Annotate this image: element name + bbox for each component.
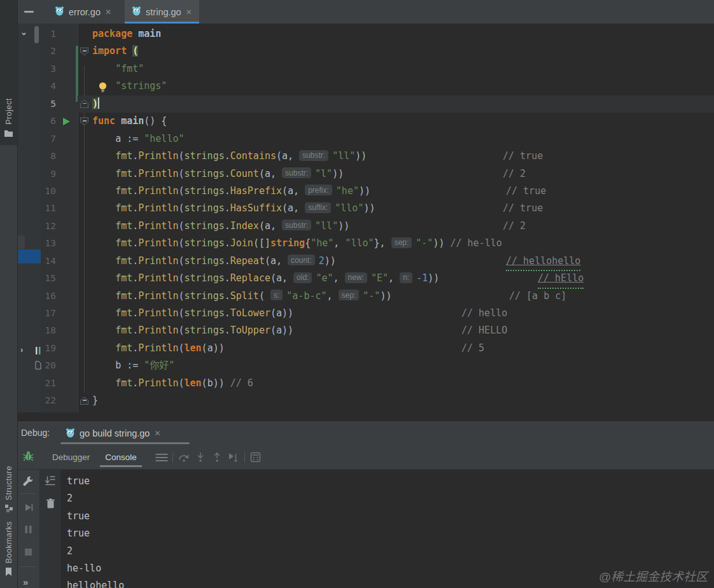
- line-number[interactable]: 9: [41, 165, 78, 183]
- editor-tab-error-go[interactable]: error.go✕: [48, 0, 118, 24]
- debug-toolbar: DebuggerConsole: [17, 445, 714, 469]
- close-icon[interactable]: ✕: [154, 430, 160, 437]
- code-line-21: 21 fmt.Println(len(b)) // 6: [41, 375, 714, 392]
- token-kw: string: [270, 237, 305, 249]
- code-text[interactable]: b := "你好": [92, 357, 714, 374]
- fold-marker-icon[interactable]: [80, 47, 88, 55]
- sidebar-item-structure[interactable]: Structure: [0, 438, 17, 515]
- evaluate-icon[interactable]: [248, 450, 264, 465]
- line-number[interactable]: 7: [41, 130, 78, 148]
- clear-icon[interactable]: [42, 496, 59, 511]
- token-pkg: fmt: [115, 325, 132, 336]
- line-number[interactable]: 11: [41, 200, 78, 217]
- token-pkg: strings: [185, 325, 225, 336]
- code-text[interactable]: package main: [92, 25, 714, 43]
- line-number[interactable]: 18: [41, 322, 78, 339]
- code-text[interactable]: func main() {: [92, 113, 714, 130]
- line-number[interactable]: 19: [41, 340, 78, 357]
- pause-icon[interactable]: [20, 522, 36, 537]
- code-text[interactable]: }: [92, 392, 714, 409]
- line-number[interactable]: 4: [41, 78, 78, 95]
- stop-icon[interactable]: [20, 544, 36, 559]
- code-text[interactable]: fmt.Println(strings.HasSuffix(a, suffix:…: [92, 200, 714, 217]
- code-text[interactable]: ): [92, 95, 714, 113]
- code-text[interactable]: fmt.Println(strings.HasPrefix(a, prefix:…: [92, 183, 714, 200]
- token-kw: import: [92, 45, 127, 57]
- menu-icon[interactable]: [153, 450, 170, 465]
- fold-marker-icon[interactable]: [80, 117, 88, 125]
- scroll-to-end-icon[interactable]: [42, 473, 59, 489]
- line-number[interactable]: 20: [41, 357, 78, 374]
- step-out-icon[interactable]: [209, 450, 225, 465]
- step-over-icon[interactable]: [176, 450, 192, 465]
- sidebar-item-bookmarks[interactable]: Bookmarks: [0, 518, 17, 579]
- code-text[interactable]: fmt.Println(strings.Repeat(a, count:2))/…: [92, 253, 714, 270]
- line-number[interactable]: 1: [41, 25, 78, 43]
- project-label: Project: [4, 98, 13, 125]
- token-fn: Split: [230, 290, 259, 302]
- run-to-cursor-icon[interactable]: [225, 450, 242, 465]
- code-text[interactable]: import (: [92, 43, 714, 60]
- fold-marker-icon[interactable]: [80, 100, 88, 108]
- token-txt: ,: [293, 185, 305, 197]
- line-number[interactable]: 2: [41, 43, 78, 60]
- sidebar-item-project[interactable]: Project: [0, 0, 17, 145]
- more-icons-chevrons[interactable]: »: [23, 577, 28, 587]
- token-txt: [127, 45, 132, 57]
- run-main-icon[interactable]: [63, 118, 70, 125]
- line-number[interactable]: 6: [41, 113, 78, 130]
- code-text[interactable]: fmt.Println(strings.Count(a, substr:"l")…: [92, 165, 714, 183]
- code-text[interactable]: fmt.Println(strings.Split( s:"a-b-c", se…: [92, 288, 714, 305]
- debug-tab-console[interactable]: Console: [97, 447, 144, 467]
- project-tree-selected-item[interactable]: [17, 249, 41, 263]
- line-number[interactable]: 22: [41, 392, 78, 409]
- line-number[interactable]: 14: [41, 253, 78, 270]
- token-str: "ll": [315, 220, 338, 232]
- code-text[interactable]: "fmt": [92, 60, 714, 78]
- debug-tab-debugger[interactable]: Debugger: [45, 447, 97, 467]
- code-text[interactable]: fmt.Println(strings.ToUpper(a))// HELLO: [92, 322, 714, 339]
- project-panel-collapsed[interactable]: ⌄ ›: [17, 24, 41, 412]
- line-number[interactable]: 8: [41, 148, 78, 165]
- line-number[interactable]: 21: [41, 375, 78, 392]
- code-text[interactable]: fmt.Println(strings.ToLower(a))// hello: [92, 305, 714, 322]
- token-txt: .: [132, 237, 138, 249]
- line-number[interactable]: 16: [41, 288, 78, 305]
- project-tree-item[interactable]: [18, 235, 25, 249]
- code-text[interactable]: fmt.Println(strings.Index(a, substr:"ll"…: [92, 218, 714, 235]
- line-number[interactable]: 13: [41, 235, 78, 252]
- code-text[interactable]: a := "hello": [92, 130, 714, 148]
- step-into-icon[interactable]: [192, 450, 209, 465]
- close-icon[interactable]: ✕: [186, 8, 192, 16]
- fold-marker-icon[interactable]: [80, 396, 88, 405]
- line-number[interactable]: 5: [41, 95, 78, 113]
- code-text[interactable]: fmt.Println(len(a))// 5: [92, 340, 714, 357]
- code-text[interactable]: "strings": [92, 78, 714, 95]
- rerun-debug-icon[interactable]: [22, 450, 34, 465]
- line-number[interactable]: 12: [41, 218, 78, 235]
- code-text[interactable]: fmt.Println(strings.Replace(a, old:"e", …: [92, 270, 714, 287]
- chevron-right-icon[interactable]: ›: [20, 345, 23, 354]
- line-number[interactable]: 10: [41, 183, 78, 200]
- intention-bulb-icon[interactable]: [98, 81, 108, 96]
- token-txt: )): [213, 342, 225, 354]
- chevron-down-icon[interactable]: ⌄: [20, 27, 27, 37]
- settings-icon[interactable]: [20, 473, 36, 489]
- line-number[interactable]: 17: [41, 305, 78, 322]
- code-editor[interactable]: ⌄ › 1package main2import (3 "fmt"4 "stri…: [17, 24, 714, 412]
- debug-session-tab-underline: [60, 442, 190, 444]
- code-text[interactable]: fmt.Println(strings.Join([]string{"he", …: [92, 235, 714, 252]
- code-text[interactable]: fmt.Println(strings.Contains(a, substr:"…: [92, 148, 714, 165]
- hide-panel-icon[interactable]: [24, 11, 34, 13]
- debug-session-tab[interactable]: go build string.go ✕: [60, 424, 166, 443]
- close-icon[interactable]: ✕: [105, 8, 111, 16]
- line-number[interactable]: 15: [41, 270, 78, 287]
- code-text[interactable]: fmt.Println(len(b)) // 6: [92, 375, 714, 392]
- token-txt: (: [265, 255, 270, 267]
- resume-icon[interactable]: [20, 500, 36, 515]
- editor-tab-string-go[interactable]: string.go✕: [125, 0, 199, 24]
- token-txt: ,: [333, 272, 345, 284]
- fold-column: [78, 392, 92, 409]
- project-scrollbar-thumb[interactable]: [34, 26, 39, 43]
- line-number[interactable]: 3: [41, 60, 78, 78]
